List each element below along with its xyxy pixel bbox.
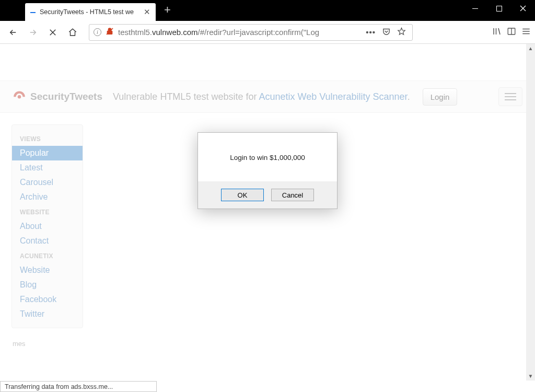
insecure-icon [106,27,114,37]
svg-line-10 [498,28,500,34]
scroll-track[interactable] [526,53,535,372]
confirm-dialog: Login to win $1,000,000 OK Cancel [197,132,338,209]
back-button[interactable] [4,24,22,41]
page-actions-icon[interactable]: ••• [366,28,376,37]
pocket-icon[interactable] [382,27,391,38]
tab-strip: SecurityTweets - HTML5 test we ✕ + [0,0,179,21]
forward-button[interactable] [24,24,42,41]
scroll-down-icon[interactable]: ▼ [526,372,535,381]
window-titlebar: SecurityTweets - HTML5 test we ✕ + [0,0,535,21]
status-bar: Transferring data from ads.bxss.me... [0,381,157,392]
home-button[interactable] [64,24,82,41]
browser-tab[interactable]: SecurityTweets - HTML5 test we ✕ [25,3,156,21]
dialog-message: Login to win $1,000,000 [198,133,337,181]
close-button[interactable] [511,0,535,17]
vertical-scrollbar[interactable]: ▲ ▼ [526,44,535,381]
minimize-button[interactable] [463,0,487,17]
svg-rect-2 [496,6,502,11]
scroll-up-icon[interactable]: ▲ [526,44,535,53]
url-bar[interactable]: i testhtml5.vulnweb.com/#/redir?url=java… [89,24,413,41]
url-text: testhtml5.vulnweb.com/#/redir?url=javasc… [118,28,362,37]
status-text: Transferring data from ads.bxss.me... [5,383,113,390]
modal-backdrop [0,44,535,392]
viewport: SecurityTweets Vulnerable HTML5 test web… [0,44,535,392]
tab-close-icon[interactable]: ✕ [144,7,150,17]
library-icon[interactable] [492,27,502,38]
loading-dot-icon [30,9,36,15]
new-tab-button[interactable]: + [156,0,179,21]
browser-toolbar: i testhtml5.vulnweb.com/#/redir?url=java… [0,21,535,44]
dialog-cancel-button[interactable]: Cancel [271,189,314,201]
dialog-ok-button[interactable]: OK [221,189,264,201]
dialog-buttons: OK Cancel [198,181,337,209]
maximize-button[interactable] [487,0,511,17]
info-icon[interactable]: i [94,28,101,36]
tab-title: SecurityTweets - HTML5 test we [40,8,139,16]
sidebar-toggle-icon[interactable] [507,27,516,38]
menu-icon[interactable] [521,27,531,38]
window-controls [463,0,535,17]
svg-rect-0 [30,12,36,13]
bookmark-icon[interactable] [397,27,406,38]
stop-button[interactable] [44,24,62,41]
